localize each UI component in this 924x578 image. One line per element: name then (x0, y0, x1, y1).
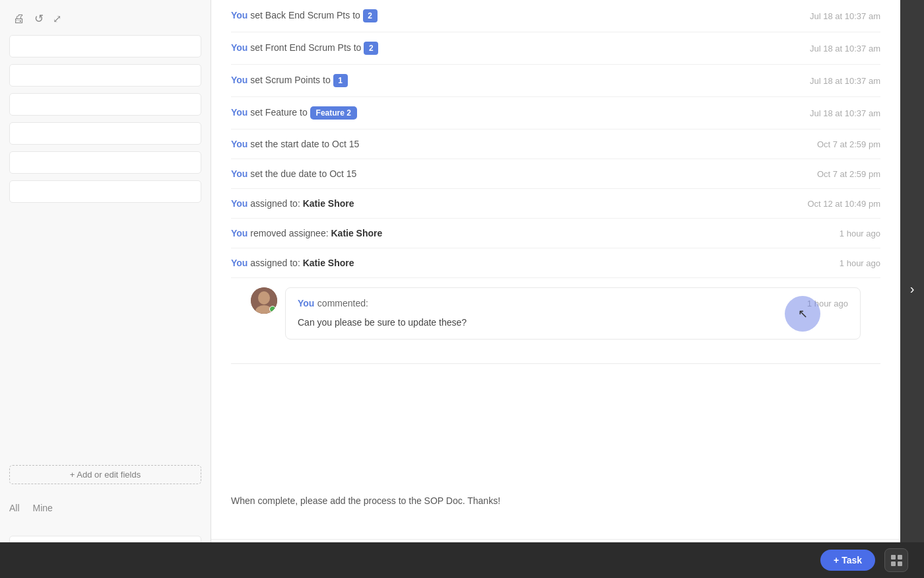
comment-block: You commented: 1 hour ago Can you please… (285, 287, 861, 340)
badge-2: 2 (364, 42, 378, 55)
comment-text: Can you please be sure to update these? (298, 316, 848, 330)
activity-time-5: Oct 7 at 2:59 pm (817, 139, 880, 149)
separator (231, 363, 880, 364)
text-input-content: When complete, please add the process to… (231, 495, 500, 506)
activity-item-5: You set the start date to Oct 15 Oct 7 a… (231, 129, 880, 159)
task-button[interactable]: + Task (820, 550, 875, 571)
add-edit-fields-button[interactable]: + Add or edit fields (9, 465, 201, 484)
activity-time-6: Oct 7 at 2:59 pm (817, 169, 880, 179)
field-row-5 (9, 151, 201, 174)
print-icon[interactable]: 🖨 (13, 12, 25, 26)
you-label-9: You (231, 258, 248, 268)
activity-text-2: You set Front End Scrum Pts to 2 (231, 42, 378, 55)
field-row-3 (9, 93, 201, 116)
bottom-bar: + Task (0, 542, 924, 578)
history-icon[interactable]: ↺ (34, 12, 44, 26)
tab-all[interactable]: All (9, 503, 20, 516)
comment-header: You commented: 1 hour ago (298, 297, 848, 309)
activity-item-2: You set Front End Scrum Pts to 2 Jul 18 … (231, 32, 880, 65)
badge-feature: Feature 2 (310, 106, 357, 120)
field-row-1 (9, 35, 201, 57)
svg-point-1 (258, 291, 270, 305)
activity-text-7: You assigned to: Katie Shore (231, 198, 354, 209)
activity-item-3: You set Scrum Points to 1 Jul 18 at 10:3… (231, 65, 880, 97)
activity-item-1: You set Back End Scrum Pts to 2 Jul 18 a… (231, 0, 880, 32)
text-input-area[interactable]: When complete, please add the process to… (211, 486, 900, 539)
activity-item-7: You assigned to: Katie Shore Oct 12 at 1… (231, 189, 880, 219)
activity-feed: You set Back End Scrum Pts to 2 Jul 18 a… (211, 0, 900, 486)
badge-1: 2 (363, 9, 378, 22)
you-label-1: You (231, 10, 248, 20)
field-row-2 (9, 64, 201, 87)
badge-3: 1 (333, 74, 348, 87)
comment-author: You commented: (298, 297, 368, 309)
main-panel: You set Back End Scrum Pts to 2 Jul 18 a… (211, 0, 900, 578)
you-label-5: You (231, 139, 248, 149)
field-row-4 (9, 122, 201, 145)
tab-mine[interactable]: Mine (33, 503, 53, 516)
you-label-3: You (231, 75, 248, 85)
avatar (251, 287, 277, 314)
all-mine-tabs: All Mine (0, 497, 211, 516)
right-edge: › (900, 0, 924, 578)
activity-time-9: 1 hour ago (840, 258, 880, 268)
activity-text-1: You set Back End Scrum Pts to 2 (231, 9, 378, 22)
activity-time-1: Jul 18 at 10:37 am (810, 11, 880, 21)
sidebar-toolbar: 🖨 ↺ ⤢ (0, 7, 211, 35)
activity-time-3: Jul 18 at 10:37 am (810, 76, 880, 86)
avatar-online-indicator (269, 306, 276, 312)
activity-time-8: 1 hour ago (840, 229, 880, 238)
sidebar: 🖨 ↺ ⤢ + Add or edit fields All Mine (0, 0, 211, 578)
grid-dots (891, 555, 902, 566)
task-button-label: + Task (834, 555, 862, 565)
activity-time-7: Oct 12 at 10:49 pm (807, 199, 880, 209)
comment-avatar-wrap: You commented: 1 hour ago Can you please… (251, 287, 861, 340)
activity-item-9: You assigned to: Katie Shore 1 hour ago (231, 248, 880, 278)
activity-text-4: You set Feature to Feature 2 (231, 106, 357, 120)
activity-time-4: Jul 18 at 10:37 am (810, 108, 880, 118)
sidebar-fields (0, 35, 211, 458)
you-label-4: You (231, 107, 248, 118)
activity-time-2: Jul 18 at 10:37 am (810, 44, 880, 54)
activity-item-4: You set Feature to Feature 2 Jul 18 at 1… (231, 97, 880, 129)
activity-text-9: You assigned to: Katie Shore (231, 258, 354, 268)
activity-text-6: You set the due date to Oct 15 (231, 168, 356, 179)
right-chevron-icon[interactable]: › (910, 281, 915, 297)
you-label-7: You (231, 198, 248, 209)
you-label-2: You (231, 42, 248, 53)
you-label-8: You (231, 228, 248, 238)
activity-text-8: You removed assignee: Katie Shore (231, 228, 382, 238)
expand-icon[interactable]: ⤢ (53, 13, 61, 25)
grid-icon-button[interactable] (884, 548, 908, 572)
activity-item-6: You set the due date to Oct 15 Oct 7 at … (231, 159, 880, 189)
activity-text-3: You set Scrum Points to 1 (231, 74, 348, 87)
you-label-6: You (231, 168, 248, 179)
activity-text-5: You set the start date to Oct 15 (231, 139, 359, 149)
cursor-indicator: ↖ (785, 296, 820, 332)
field-row-6 (9, 180, 201, 203)
activity-item-8: You removed assignee: Katie Shore 1 hour… (231, 219, 880, 248)
